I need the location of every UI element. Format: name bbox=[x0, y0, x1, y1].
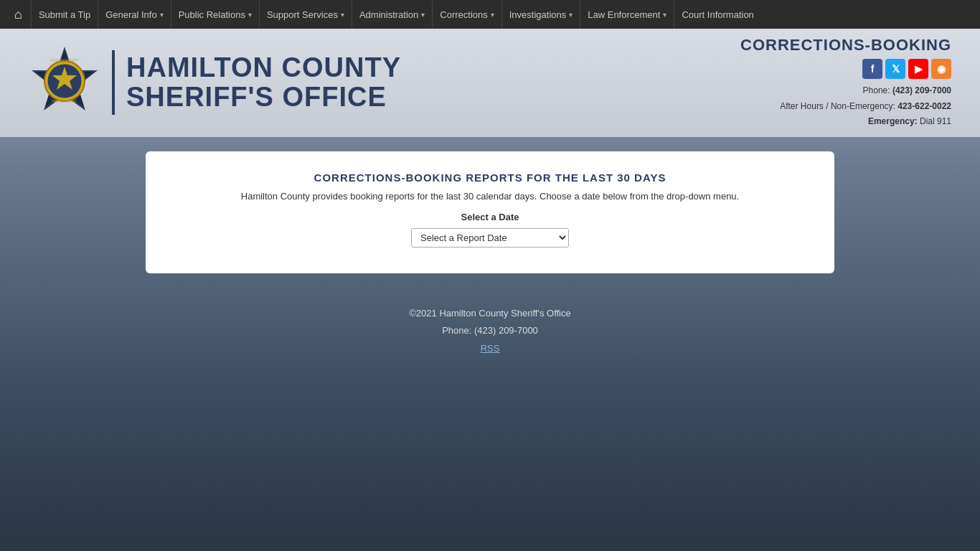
sheriff-badge: HAMILTON CO. AUSTIN GARRETT bbox=[29, 45, 100, 120]
header-left: HAMILTON CO. AUSTIN GARRETT Hamilton Cou… bbox=[29, 45, 401, 120]
nav-investigations-label: Investigations bbox=[509, 9, 567, 20]
office-name-line2: Sheriff's Office bbox=[126, 83, 401, 113]
nav-corrections-chevron: ▾ bbox=[491, 11, 494, 19]
nav-support-services-chevron: ▾ bbox=[341, 11, 344, 19]
nav-submit-tip-label: Submit a Tip bbox=[39, 9, 90, 20]
nav-corrections-label: Corrections bbox=[440, 9, 487, 20]
date-select-wrapper: Select a Report Date bbox=[174, 228, 806, 248]
phone-value: (423) 209-7000 bbox=[892, 85, 951, 95]
footer-phone: Phone: (423) 209-7000 bbox=[0, 322, 980, 340]
nav-general-info-label: General Info bbox=[105, 9, 157, 20]
footer-phone-label: Phone: bbox=[442, 325, 471, 336]
nav-support-services[interactable]: Support Services ▾ bbox=[259, 0, 352, 29]
nav-administration-chevron: ▾ bbox=[421, 11, 425, 19]
contact-info: Phone: (423) 209-7000 After Hours / Non-… bbox=[740, 83, 951, 130]
emergency-label: Emergency: bbox=[868, 116, 918, 126]
section-title: CORRECTIONS-BOOKING bbox=[740, 36, 951, 55]
nav-court-information-label: Court Information bbox=[682, 9, 753, 20]
main-content: CORRECTIONS-BOOKING REPORTS FOR THE LAST… bbox=[0, 137, 980, 288]
phone-line: Phone: (423) 209-7000 bbox=[740, 83, 951, 99]
nav-corrections[interactable]: Corrections ▾ bbox=[432, 0, 501, 29]
svg-text:AUSTIN GARRETT: AUSTIN GARRETT bbox=[50, 59, 79, 62]
booking-card: CORRECTIONS-BOOKING REPORTS FOR THE LAST… bbox=[146, 151, 834, 273]
page-header: HAMILTON CO. AUSTIN GARRETT Hamilton Cou… bbox=[0, 29, 980, 137]
facebook-icon[interactable]: f bbox=[862, 59, 882, 79]
select-date-label: Select a Date bbox=[174, 212, 806, 222]
office-name: Hamilton County Sheriff's Office bbox=[126, 53, 401, 113]
phone-label: Phone: bbox=[863, 85, 890, 95]
home-icon: ⌂ bbox=[14, 7, 22, 22]
footer-copyright: ©2021 Hamilton County Sheriff's Office bbox=[0, 305, 980, 323]
rss-icon[interactable]: ◉ bbox=[931, 59, 951, 79]
youtube-icon[interactable]: ▶ bbox=[908, 59, 928, 79]
home-nav-button[interactable]: ⌂ bbox=[6, 7, 31, 22]
office-name-line1: Hamilton County bbox=[126, 53, 401, 83]
nav-investigations[interactable]: Investigations ▾ bbox=[501, 0, 580, 29]
report-date-select[interactable]: Select a Report Date bbox=[411, 228, 569, 248]
after-hours-label: After Hours / Non-Emergency: bbox=[780, 101, 895, 111]
nav-general-info[interactable]: General Info ▾ bbox=[98, 0, 171, 29]
nav-public-relations-label: Public Relations bbox=[179, 9, 245, 20]
nav-submit-tip[interactable]: Submit a Tip bbox=[31, 0, 98, 29]
emergency-line: Emergency: Dial 911 bbox=[740, 114, 951, 130]
header-divider bbox=[112, 50, 115, 115]
main-nav: ⌂ Submit a Tip General Info ▾ Public Rel… bbox=[0, 0, 980, 29]
nav-administration-label: Administration bbox=[359, 9, 418, 20]
footer-rss-link[interactable]: RSS bbox=[0, 340, 980, 358]
card-description: Hamilton County provides booking reports… bbox=[174, 191, 806, 202]
nav-court-information[interactable]: Court Information bbox=[674, 0, 760, 29]
footer-phone-value: (423) 209-7000 bbox=[474, 325, 538, 336]
nav-investigations-chevron: ▾ bbox=[569, 11, 573, 19]
social-icons: f 𝕏 ▶ ◉ bbox=[740, 59, 951, 79]
twitter-icon[interactable]: 𝕏 bbox=[885, 59, 905, 79]
nav-public-relations-chevron: ▾ bbox=[248, 11, 252, 19]
nav-law-enforcement[interactable]: Law Enforcement ▾ bbox=[580, 0, 674, 29]
nav-administration[interactable]: Administration ▾ bbox=[352, 0, 432, 29]
nav-support-services-label: Support Services bbox=[267, 9, 338, 20]
card-title: CORRECTIONS-BOOKING REPORTS FOR THE LAST… bbox=[174, 171, 806, 184]
nav-public-relations[interactable]: Public Relations ▾ bbox=[171, 0, 259, 29]
header-right: CORRECTIONS-BOOKING f 𝕏 ▶ ◉ Phone: (423)… bbox=[740, 36, 951, 130]
nav-law-enforcement-label: Law Enforcement bbox=[588, 9, 660, 20]
page-footer: ©2021 Hamilton County Sheriff's Office P… bbox=[0, 288, 980, 367]
after-hours-value: 423-622-0022 bbox=[897, 101, 951, 111]
svg-text:HAMILTON CO.: HAMILTON CO. bbox=[52, 99, 77, 103]
emergency-value: Dial 911 bbox=[920, 116, 951, 126]
nav-law-enforcement-chevron: ▾ bbox=[663, 11, 666, 19]
nav-general-info-chevron: ▾ bbox=[160, 11, 164, 19]
after-hours-line: After Hours / Non-Emergency: 423-622-002… bbox=[740, 99, 951, 115]
